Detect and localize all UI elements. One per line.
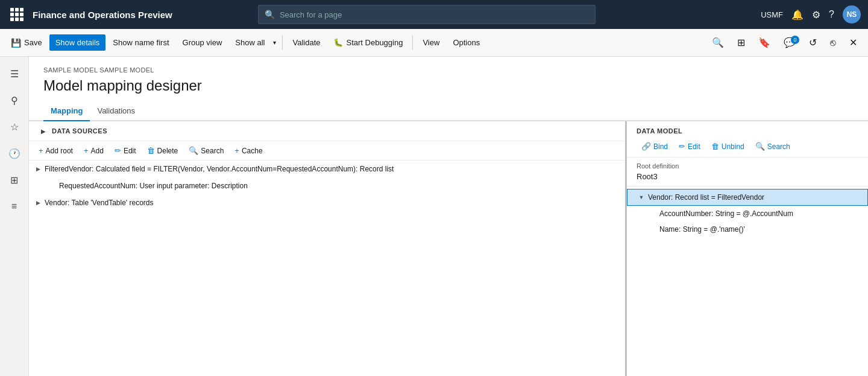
main-layout: ☰ ⚲ ☆ 🕐 ⊞ ≡ SAMPLE MODEL SAMPLE MODEL Mo… (0, 57, 868, 376)
edit-icon: ✏ (115, 146, 121, 155)
toolbar-bookmark-button[interactable]: 🔖 (752, 33, 776, 52)
top-nav-right: USMF 🔔 ⚙ ? NS (761, 5, 861, 24)
toolbar-badge-button[interactable]: 💬 0 (778, 33, 802, 52)
bind-button[interactable]: 🔗 Bind (637, 139, 673, 153)
detach-icon: ⎋ (830, 37, 836, 48)
refresh-icon: ↺ (809, 37, 817, 48)
edit-model-button[interactable]: ✏ Edit (674, 139, 705, 153)
dm-tree-item-vendor-record[interactable]: ▼ Vendor: Record list = FilteredVendor (627, 189, 868, 206)
cache-button[interactable]: + Cache (230, 144, 267, 158)
show-all-group: Show all ▾ (229, 34, 278, 51)
delete-button[interactable]: 🗑 Delete (142, 144, 183, 158)
app-title: Finance and Operations Preview (33, 10, 172, 20)
page-header: SAMPLE MODEL SAMPLE MODEL Model mapping … (29, 57, 868, 101)
help-icon[interactable]: ? (829, 9, 834, 20)
unbind-button[interactable]: 🗑 Unbind (706, 139, 749, 153)
search-model-icon: 🔍 (755, 142, 765, 151)
expand-vendor-table[interactable]: ▶ (34, 199, 42, 207)
data-model-header: DATA MODEL 🔗 Bind ✏ Edit 🗑 Unbind (627, 121, 868, 158)
toolbar-close-button[interactable]: ✕ (843, 33, 863, 52)
root-definition-section: Root definition Root3 (627, 158, 868, 186)
tab-mapping[interactable]: Mapping (43, 101, 90, 121)
toolbar-refresh-button[interactable]: ↺ (803, 33, 823, 52)
unbind-icon: 🗑 (711, 142, 719, 151)
delete-icon: 🗑 (147, 146, 155, 155)
badge: 0 (791, 36, 799, 44)
data-model-title: DATA MODEL (637, 127, 858, 135)
data-model-content: ▼ Vendor: Record list = FilteredVendor A… (627, 186, 868, 376)
search-model-button[interactable]: 🔍 Search (750, 139, 795, 153)
dm-tree-item-name[interactable]: Name: String = @.'name()' (627, 221, 868, 237)
data-sources-title: DATA SOURCES (52, 127, 107, 135)
left-rail: ☰ ⚲ ☆ 🕐 ⊞ ≡ (0, 57, 29, 376)
rail-list-button[interactable]: ≡ (2, 194, 27, 218)
rail-recent-button[interactable]: 🕐 (2, 141, 27, 165)
app-grid-button[interactable] (7, 5, 27, 24)
notifications-icon[interactable]: 🔔 (791, 9, 804, 21)
validate-button[interactable]: Validate (286, 34, 326, 51)
toolbar-connect-button[interactable]: ⊞ (731, 33, 751, 52)
rail-favorites-button[interactable]: ☆ (2, 115, 27, 139)
toolbar-search-button[interactable]: 🔍 (706, 33, 730, 52)
bookmark-icon: 🔖 (758, 37, 770, 48)
show-all-button[interactable]: Show all (229, 34, 271, 51)
show-name-first-button[interactable]: Show name first (107, 34, 175, 51)
rail-menu-button[interactable]: ☰ (2, 62, 27, 86)
start-debugging-button[interactable]: 🐛 Start Debugging (327, 34, 409, 51)
top-nav: Finance and Operations Preview 🔍 USMF 🔔 … (0, 0, 868, 29)
data-sources-content: ▶ FilteredVendor: Calculated field = FIL… (29, 161, 625, 376)
save-icon: 💾 (11, 38, 21, 48)
content-area: SAMPLE MODEL SAMPLE MODEL Model mapping … (29, 57, 868, 376)
data-sources-header: ▶ DATA SOURCES (29, 121, 625, 141)
root-definition-value: Root3 (637, 172, 858, 181)
search-icon: 🔍 (265, 10, 275, 19)
view-button[interactable]: View (417, 34, 445, 51)
rail-filter-button[interactable]: ⚲ (2, 88, 27, 112)
edit-datasource-button[interactable]: ✏ Edit (110, 144, 141, 158)
search-datasource-icon: 🔍 (189, 146, 198, 155)
root-definition-label: Root definition (637, 162, 858, 170)
data-sources-toolbar: + Add root + Add ✏ Edit 🗑 Delete (29, 141, 625, 161)
group-view-button[interactable]: Group view (177, 34, 228, 51)
toolbar-detach-button[interactable]: ⎋ (824, 34, 842, 52)
search-datasource-button[interactable]: 🔍 Search (184, 144, 228, 158)
dm-expand-vendor[interactable]: ▼ (637, 193, 646, 202)
show-all-dropdown-arrow[interactable]: ▾ (271, 36, 278, 49)
panels-area: ▶ DATA SOURCES + Add root + Add ✏ Edit (29, 121, 868, 376)
region-label[interactable]: USMF (761, 10, 783, 19)
add-button[interactable]: + Add (79, 144, 108, 158)
expand-filtered-vendor[interactable]: ▶ (34, 165, 42, 173)
page-title: Model mapping designer (43, 77, 854, 94)
cache-icon: + (234, 146, 239, 155)
data-model-toolbar: 🔗 Bind ✏ Edit 🗑 Unbind 🔍 (637, 139, 858, 153)
tree-item-vendor-table[interactable]: ▶ Vendor: Table 'VendTable' records (29, 194, 625, 211)
add-root-icon: + (39, 146, 43, 155)
breadcrumb: SAMPLE MODEL SAMPLE MODEL (43, 66, 854, 74)
settings-icon[interactable]: ⚙ (812, 9, 820, 21)
dm-tree-item-account-number[interactable]: AccountNumber: String = @.AccountNum (627, 206, 868, 221)
toolbar-separator-1 (282, 36, 283, 50)
connect-icon: ⊞ (737, 37, 745, 48)
edit-model-icon: ✏ (679, 142, 685, 151)
close-icon: ✕ (849, 37, 857, 48)
global-search-input[interactable] (280, 10, 589, 19)
avatar[interactable]: NS (843, 5, 861, 24)
data-model-panel: DATA MODEL 🔗 Bind ✏ Edit 🗑 Unbind (627, 121, 868, 376)
tree-item-requested-account[interactable]: RequestedAccountNum: User input paramete… (29, 177, 625, 194)
bind-icon: 🔗 (641, 142, 651, 151)
debug-icon: 🐛 (333, 38, 343, 47)
options-button[interactable]: Options (447, 34, 486, 51)
show-details-button[interactable]: Show details (49, 34, 106, 51)
toolbar-search-icon: 🔍 (712, 37, 724, 48)
save-button[interactable]: 💾 Save (5, 34, 48, 51)
panel-toggle[interactable]: ▶ (39, 126, 48, 136)
tab-validations[interactable]: Validations (90, 101, 142, 121)
grid-icon (10, 8, 24, 21)
tree-item-filtered-vendor[interactable]: ▶ FilteredVendor: Calculated field = FIL… (29, 161, 625, 177)
global-search-box[interactable]: 🔍 (258, 5, 596, 24)
toolbar-separator-2 (412, 36, 413, 50)
add-icon: + (84, 146, 89, 155)
rail-workspace-button[interactable]: ⊞ (2, 168, 27, 192)
add-root-button[interactable]: + Add root (34, 144, 78, 158)
data-sources-panel: ▶ DATA SOURCES + Add root + Add ✏ Edit (29, 121, 627, 376)
